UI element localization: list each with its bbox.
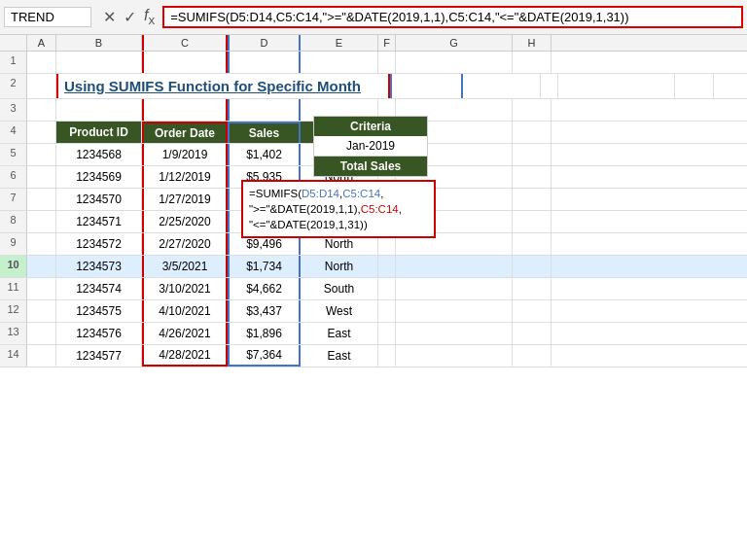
cell-sales: $7,364	[228, 345, 301, 367]
col-header-c: C	[142, 35, 228, 51]
cell-region: South	[301, 278, 378, 299]
cell-product: 1234574	[56, 278, 142, 299]
formula-comma2: ,	[380, 188, 383, 199]
cell-product: 1234577	[56, 345, 142, 367]
table-row: 10 1234573 3/5/2021 $1,734 North	[0, 256, 747, 278]
cell-product: 1234572	[56, 233, 142, 255]
cell-date: 3/5/2021	[142, 256, 228, 277]
cancel-icon[interactable]: ✕	[103, 8, 116, 26]
cell-date: 4/28/2021	[142, 345, 228, 367]
formula-lte: "<="&DATE(2019,1,31))	[249, 219, 368, 230]
col-header-d: D	[228, 35, 301, 51]
cell-date: 1/27/2019	[142, 189, 228, 210]
col-header-e: E	[301, 35, 378, 51]
total-sales-header: Total Sales	[314, 157, 427, 176]
col-header-product-id: Product ID	[56, 122, 142, 143]
criteria-value: Jan-2019	[314, 136, 427, 157]
cell-date: 1/12/2019	[142, 166, 228, 188]
table-row: 13 1234576 4/26/2021 $1,896 East	[0, 323, 747, 345]
cell-product: 1234575	[56, 300, 142, 322]
cell-sales: $1,734	[228, 256, 301, 277]
col-header-g: G	[396, 35, 513, 51]
cell-region: East	[301, 345, 378, 367]
cell-date: 3/10/2021	[142, 278, 228, 299]
cell-date: 4/26/2021	[142, 323, 228, 344]
table-row: 2 Using SUMIFS Function for Specific Mon…	[0, 74, 747, 99]
formula-popup: =SUMIFS(D5:D14,C5:C14,">="&DATE(2019,1,1…	[241, 180, 436, 238]
col-header-b: B	[56, 35, 142, 51]
table-row: 11 1234574 3/10/2021 $4,662 South	[0, 278, 747, 300]
cell-date: 4/10/2021	[142, 300, 228, 322]
table-row: 14 1234577 4/28/2021 $7,364 East	[0, 345, 747, 368]
cell-product: 1234573	[56, 256, 142, 277]
function-icon[interactable]: fx	[144, 7, 155, 27]
cell-date: 1/9/2019	[142, 144, 228, 165]
cell-product: 1234570	[56, 189, 142, 210]
row-header-corner	[0, 35, 27, 51]
sheet-title: Using SUMIFS Function for Specific Month	[56, 74, 390, 98]
grid: 1 2 Using SUMIFS Function for Specific M…	[0, 52, 747, 368]
cell-sales: $3,437	[228, 300, 301, 322]
cell-product: 1234568	[56, 144, 142, 165]
formula-gte: ">="&DATE(2019,1,1),	[249, 203, 361, 215]
formula-icons: ✕ ✓ fx	[103, 7, 155, 27]
col-headers-row: A B C D E F G H	[0, 35, 747, 52]
table-row: 1	[0, 52, 747, 74]
cell-date: 2/25/2020	[142, 211, 228, 232]
cell-date: 2/27/2020	[142, 233, 228, 255]
cell-sales: $1,402	[228, 144, 301, 165]
criteria-box: Criteria Jan-2019 Total Sales	[313, 116, 428, 177]
cell-region: East	[301, 323, 378, 344]
formula-comma3: ,	[399, 203, 402, 215]
formula-input[interactable]: =SUMIFS(D5:D14,C5:C14,">="&DATE(2019,1,1…	[162, 6, 743, 28]
cell-product: 1234576	[56, 323, 142, 344]
cell-sales: $4,662	[228, 278, 301, 299]
col-header-order-date: Order Date	[142, 122, 228, 143]
cell-region: West	[301, 300, 378, 322]
formula-c-range2: C5:C14	[361, 203, 399, 215]
col-header-a: A	[27, 35, 56, 51]
col-header-h: H	[513, 35, 551, 51]
criteria-header: Criteria	[314, 117, 427, 136]
confirm-icon[interactable]: ✓	[124, 8, 136, 26]
col-header-sales: Sales	[228, 122, 301, 143]
formula-text-part1: =SUMIFS(	[249, 188, 302, 199]
cell-sales: $1,896	[228, 323, 301, 344]
cell-product: 1234571	[56, 211, 142, 232]
cell-region: North	[301, 256, 378, 277]
spreadsheet: A B C D E F G H 1 2 Using SUMIFS Functio…	[0, 35, 747, 368]
name-box[interactable]: TREND	[4, 7, 91, 27]
cell-product: 1234569	[56, 166, 142, 188]
formula-bar: TREND ✕ ✓ fx =SUMIFS(D5:D14,C5:C14,">="&…	[0, 0, 747, 35]
table-row: 12 1234575 4/10/2021 $3,437 West	[0, 300, 747, 323]
formula-d-range: D5:D14	[302, 188, 339, 199]
formula-c-range1: C5:C14	[342, 188, 380, 199]
col-header-f: F	[378, 35, 396, 51]
